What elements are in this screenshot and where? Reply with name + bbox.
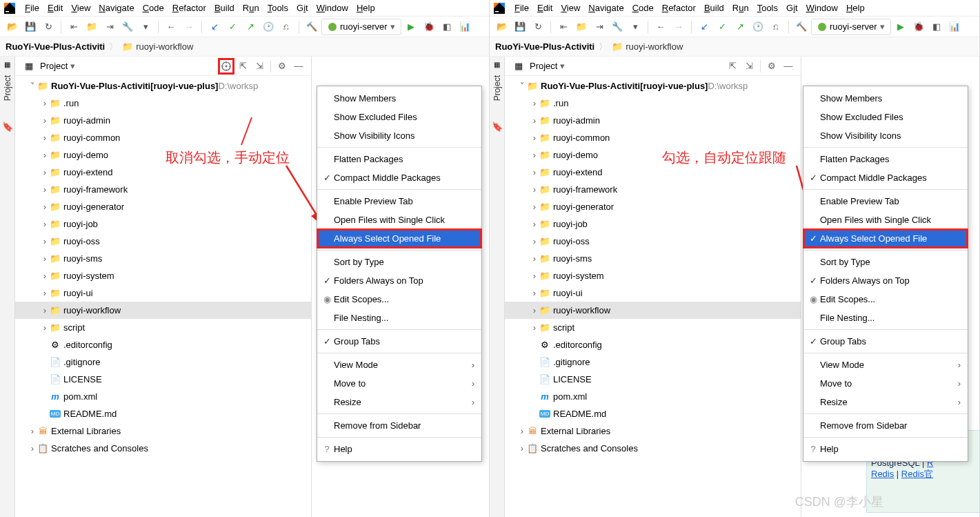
menu-file[interactable]: File [510,1,533,14]
tree-scratches[interactable]: ›📋Scratches and Consoles [505,440,801,457]
tree-folder-ruoyi-oss[interactable]: ›📁ruoyi-oss [15,233,311,250]
back-icon[interactable]: ⇤ [555,19,572,35]
menu-compact-packages[interactable]: ✓Compact Middle Packages [803,168,968,187]
project-tool-label[interactable]: Project [3,75,12,101]
menu-edit-scopes[interactable]: ◉Edit Scopes... [803,290,968,309]
tree-external-libraries[interactable]: ›🏛External Libraries [15,422,311,440]
menu-help[interactable]: ?Help [803,440,968,458]
vcs-rollback-icon[interactable]: ⎌ [768,19,784,35]
menu-view-mode[interactable]: View Mode› [803,355,968,374]
menu-resize[interactable]: Resize› [803,393,968,411]
menu-show-visibility[interactable]: Show Visibility Icons [317,126,481,145]
menu-refactor[interactable]: Refactor [658,1,700,14]
sync-icon[interactable]: ↻ [40,19,57,35]
tree-file-.editorconfig[interactable]: ⚙.editorconfig [505,336,801,353]
menu-help[interactable]: Help [352,1,379,14]
menu-always-select[interactable]: ✓Always Select Opened File [803,229,968,248]
menu-flatten-packages[interactable]: Flatten Packages [317,150,481,168]
vcs-history-icon[interactable]: 🕑 [750,19,766,35]
menu-remove-sidebar[interactable]: Remove from Sidebar [803,416,968,435]
sync-icon[interactable]: ↻ [530,19,546,35]
more-icon[interactable]: ▾ [137,19,154,35]
menu-help[interactable]: Help [842,1,869,14]
menu-build[interactable]: Build [700,1,728,14]
tree-folder-ruoyi-common[interactable]: ›📁ruoyi-common [15,129,311,146]
menu-code[interactable]: Code [139,1,168,14]
tree-folder-script[interactable]: ›📁script [505,319,801,336]
run-icon[interactable]: ▶ [892,19,909,35]
tree-folder-ruoyi-job[interactable]: ›📁ruoyi-job [15,215,311,233]
tree-file-LICENSE[interactable]: 📄LICENSE [505,371,801,388]
menu-view-mode[interactable]: View Mode› [317,355,481,374]
menu-folders-top[interactable]: ✓Folders Always on Top [317,271,481,290]
menu-group-tabs[interactable]: ✓Group Tabs [803,332,968,351]
select-opened-file-button[interactable] [218,58,234,75]
tree-folder-ruoyi-sms[interactable]: ›📁ruoyi-sms [15,250,311,267]
tree-file-.editorconfig[interactable]: ⚙.editorconfig [15,336,311,353]
menu-move-to[interactable]: Move to› [803,374,968,393]
menu-move-to[interactable]: Move to› [317,374,481,393]
profile-icon[interactable]: 📊 [457,19,473,35]
nav-fwd-icon[interactable]: ⇥ [101,19,118,35]
menu-edit[interactable]: Edit [43,1,67,14]
menu-show-excluded[interactable]: Show Excluded Files [317,108,481,126]
nav-open-icon[interactable]: 📁 [573,19,590,35]
menu-edit-scopes[interactable]: ◉Edit Scopes... [317,290,481,309]
menu-resize[interactable]: Resize› [317,393,481,411]
redo-icon[interactable]: → [181,19,197,35]
tree-root[interactable]: ˅📁RuoYi-Vue-Plus-Activiti [ruoyi-vue-plu… [505,77,801,95]
menu-file[interactable]: File [21,1,43,14]
menu-tools[interactable]: Tools [753,1,782,14]
tree-root[interactable]: ˅📁RuoYi-Vue-Plus-Activiti [ruoyi-vue-plu… [15,77,311,95]
back-icon[interactable]: ⇤ [66,19,82,35]
hide-icon[interactable]: — [780,58,797,75]
run-config-select[interactable]: ruoyi-server ▾ [321,19,401,35]
menu-file-nesting[interactable]: File Nesting... [803,309,968,327]
tree-folder-ruoyi-admin[interactable]: ›📁ruoyi-admin [15,112,311,129]
menu-sort-type[interactable]: Sort by Type [317,253,481,271]
tree-folder-ruoyi-extend[interactable]: ›📁ruoyi-extend [505,164,801,181]
tree-folder-ruoyi-common[interactable]: ›📁ruoyi-common [505,129,801,146]
menu-remove-sidebar[interactable]: Remove from Sidebar [317,416,481,435]
menu-show-visibility[interactable]: Show Visibility Icons [803,126,968,145]
debug-icon[interactable]: 🐞 [421,19,437,35]
run-config-select[interactable]: ruoyi-server ▾ [811,19,891,35]
tree-folder-ruoyi-demo[interactable]: ›📁ruoyi-demo [505,146,801,164]
wrench-icon[interactable]: 🔧 [119,19,136,35]
tree-external-libraries[interactable]: ›🏛External Libraries [505,422,801,440]
tree-file-pom.xml[interactable]: mpom.xml [505,388,801,405]
menu-view[interactable]: View [67,1,94,14]
run-icon[interactable]: ▶ [403,19,419,35]
tree-folder-ruoyi-workflow[interactable]: ›📁ruoyi-workflow [505,302,801,319]
project-tool-icon[interactable]: ▦ [494,61,500,68]
expand-all-icon[interactable]: ⇱ [234,58,251,75]
project-view-select[interactable]: ▦ Project ▾ [509,59,569,73]
breadcrumb-root[interactable]: RuoYi-Vue-Plus-Activiti [6,41,105,52]
menu-show-members[interactable]: Show Members [803,89,968,108]
tree-file-README.md[interactable]: MDREADME.md [15,405,311,422]
tree-folder-ruoyi-extend[interactable]: ›📁ruoyi-extend [15,164,311,181]
expand-all-icon[interactable]: ⇱ [724,58,741,75]
open-icon[interactable]: 📂 [4,19,21,35]
save-icon[interactable]: 💾 [512,19,528,35]
menu-git[interactable]: Git [782,1,802,14]
bookmarks-tool-icon[interactable]: 🔖 [492,121,503,132]
tree-scratches[interactable]: ›📋Scratches and Consoles [15,440,311,457]
menu-tools[interactable]: Tools [263,1,292,14]
menu-preview-tab[interactable]: Enable Preview Tab [317,192,481,211]
menu-run[interactable]: Run [728,1,753,14]
menu-view[interactable]: View [557,1,584,14]
nav-open-icon[interactable]: 📁 [83,19,100,35]
tree-folder-ruoyi-admin[interactable]: ›📁ruoyi-admin [505,112,801,129]
more-icon[interactable]: ▾ [627,19,643,35]
menu-refactor[interactable]: Refactor [168,1,210,14]
breadcrumb-module[interactable]: ruoyi-workflow [626,41,683,52]
collapse-all-icon[interactable]: ⇲ [251,58,268,75]
vcs-commit-icon[interactable]: ✓ [714,19,730,35]
menu-git[interactable]: Git [292,1,312,14]
redo-icon[interactable]: → [670,19,687,35]
vcs-rollback-icon[interactable]: ⎌ [278,19,294,35]
hide-icon[interactable]: — [290,58,307,75]
breadcrumb-module[interactable]: ruoyi-workflow [136,41,193,52]
tree-folder-ruoyi-oss[interactable]: ›📁ruoyi-oss [505,233,801,250]
